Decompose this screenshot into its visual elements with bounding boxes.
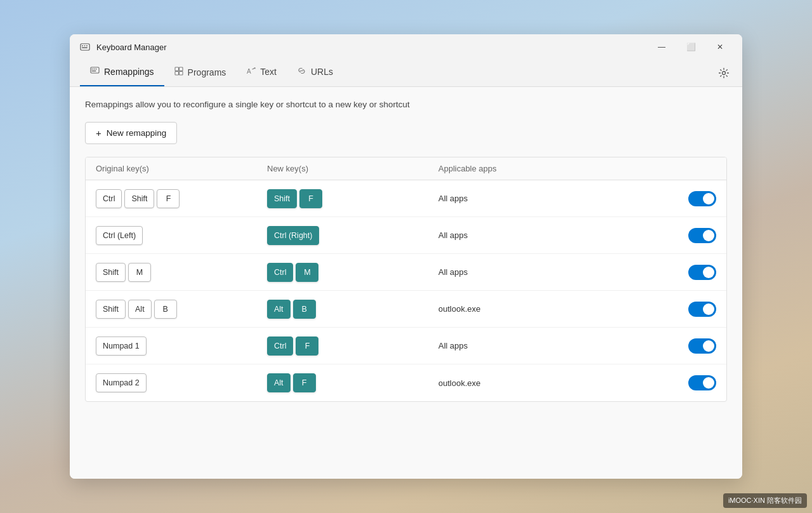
original-keys-4: Shift Alt B: [96, 300, 267, 319]
plus-icon: +: [96, 128, 102, 138]
new-remapping-button[interactable]: + New remapping: [85, 122, 177, 144]
title-bar-left: Keyboard Manager: [80, 42, 167, 52]
svg-rect-7: [94, 69, 95, 70]
table-row: Shift M Ctrl M All apps: [86, 254, 726, 291]
tab-remappings[interactable]: Remappings: [80, 60, 164, 86]
app-name: outlook.exe: [438, 304, 665, 314]
key-badge: Ctrl: [96, 189, 122, 208]
key-badge-teal: F: [296, 336, 318, 356]
key-badge: Shift: [96, 300, 126, 319]
table-row: Ctrl Shift F Shift F All apps: [86, 180, 726, 217]
tab-programs[interactable]: Programs: [164, 60, 237, 86]
tab-urls[interactable]: URLs: [287, 60, 343, 86]
tab-urls-icon: [297, 66, 306, 77]
new-keys-5: Ctrl F: [267, 336, 438, 356]
minimize-button[interactable]: —: [647, 37, 676, 57]
key-badge-teal: F: [299, 189, 322, 208]
key-badge-teal: Alt: [267, 373, 291, 392]
toggle-cell: [665, 302, 716, 317]
maximize-button[interactable]: ⬜: [676, 37, 705, 57]
table-row: Numpad 2 Alt F outlook.exe: [86, 364, 726, 401]
svg-rect-9: [92, 70, 96, 72]
tab-text-icon: A: [246, 66, 256, 77]
key-badge-teal: Ctrl: [267, 263, 293, 282]
tab-text[interactable]: A Text: [236, 60, 287, 86]
table-row: Numpad 1 Ctrl F All apps: [86, 328, 726, 364]
svg-rect-10: [175, 67, 179, 71]
content-area: Remappings allow you to reconfigure a si…: [70, 87, 742, 479]
toggle-switch[interactable]: [688, 338, 716, 354]
header-apps: Applicable apps: [438, 164, 665, 173]
window-controls: — ⬜ ✕: [647, 37, 735, 57]
app-name: outlook.exe: [438, 378, 665, 388]
title-bar: Keyboard Manager — ⬜ ✕: [70, 34, 742, 60]
toggle-switch[interactable]: [688, 302, 716, 317]
tab-programs-label: Programs: [188, 67, 226, 77]
tab-bar: Remappings Programs A Text: [70, 60, 742, 87]
new-keys-4: Alt B: [267, 300, 438, 319]
toggle-switch[interactable]: [688, 375, 716, 390]
key-badge-teal: B: [293, 300, 316, 319]
toggle-cell: [665, 375, 716, 390]
toggle-cell: [665, 228, 716, 243]
header-original: Original key(s): [96, 164, 267, 173]
tab-urls-label: URLs: [311, 67, 333, 77]
original-keys-6: Numpad 2: [96, 373, 267, 392]
key-badge-teal: Alt: [267, 300, 291, 319]
original-keys-3: Shift M: [96, 263, 267, 282]
key-badge-teal: Shift: [267, 189, 297, 208]
app-name: All apps: [438, 230, 665, 240]
key-badge: Alt: [128, 300, 152, 319]
tab-bar-end: [716, 65, 732, 86]
key-badge-teal: Ctrl (Right): [267, 226, 319, 245]
svg-rect-11: [179, 67, 183, 71]
new-keys-1: Shift F: [267, 189, 438, 208]
page-description: Remappings allow you to reconfigure a si…: [85, 100, 727, 109]
app-name: All apps: [438, 267, 665, 277]
key-badge: B: [154, 300, 177, 319]
svg-text:A: A: [247, 68, 251, 75]
toggle-switch[interactable]: [688, 191, 716, 206]
svg-rect-13: [179, 72, 183, 76]
original-keys-2: Ctrl (Left): [96, 226, 267, 245]
svg-point-16: [723, 72, 726, 75]
toggle-cell: [665, 191, 716, 206]
svg-rect-5: [91, 67, 99, 73]
key-badge: M: [128, 263, 151, 282]
svg-rect-1: [82, 46, 83, 47]
watermark: iMOOC·XIN 陪客软件园: [723, 493, 807, 508]
svg-rect-4: [82, 48, 88, 49]
app-icon: [80, 42, 90, 52]
original-keys-1: Ctrl Shift F: [96, 189, 267, 208]
svg-rect-2: [84, 46, 86, 47]
original-keys-5: Numpad 1: [96, 336, 267, 356]
toggle-cell: [665, 338, 716, 354]
toggle-cell: [665, 265, 716, 280]
key-badge-teal: F: [293, 373, 316, 392]
key-badge-teal: M: [296, 263, 318, 282]
tab-remappings-icon: [90, 66, 100, 77]
app-window: Keyboard Manager — ⬜ ✕ Remappings: [70, 34, 742, 479]
new-keys-2: Ctrl (Right): [267, 226, 438, 245]
key-badge: Numpad 2: [96, 373, 147, 392]
table-row: Ctrl (Left) Ctrl (Right) All apps: [86, 217, 726, 254]
window-title: Keyboard Manager: [96, 43, 167, 52]
new-remapping-label: New remapping: [107, 128, 167, 138]
svg-rect-8: [96, 69, 97, 70]
app-name: All apps: [438, 341, 665, 350]
close-button[interactable]: ✕: [705, 37, 735, 57]
tab-text-label: Text: [260, 67, 277, 77]
svg-rect-3: [86, 46, 88, 47]
key-badge: Shift: [124, 189, 154, 208]
svg-rect-6: [92, 69, 93, 70]
header-toggle: [665, 164, 716, 173]
table-row: Shift Alt B Alt B outlook.exe: [86, 291, 726, 328]
toggle-switch[interactable]: [688, 228, 716, 243]
tab-remappings-label: Remappings: [104, 67, 154, 77]
toggle-switch[interactable]: [688, 265, 716, 280]
header-new: New key(s): [267, 164, 438, 173]
svg-rect-12: [175, 72, 179, 76]
settings-button[interactable]: [716, 65, 732, 81]
tab-programs-icon: [174, 67, 183, 77]
new-keys-6: Alt F: [267, 373, 438, 392]
